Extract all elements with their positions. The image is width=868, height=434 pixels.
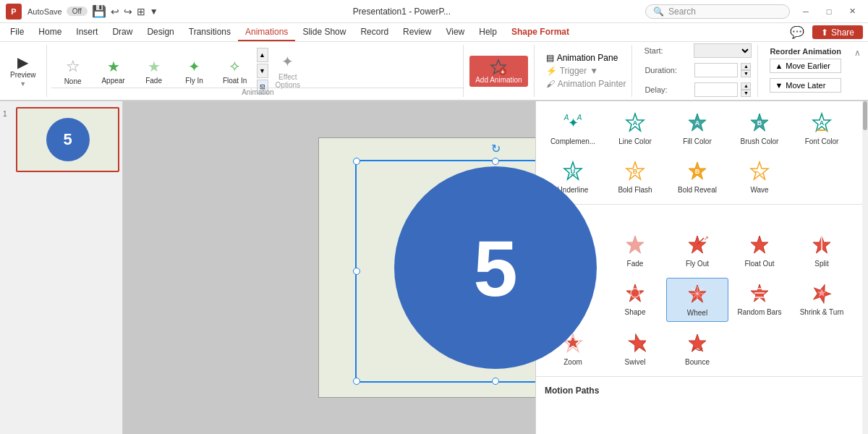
duration-up[interactable]: ▲ [741, 63, 751, 70]
duration-input[interactable] [694, 63, 738, 77]
split-icon [811, 234, 833, 258]
anim-none[interactable]: ☆ None [53, 54, 93, 88]
handle-top-mid[interactable] [492, 158, 499, 165]
animation-painter-button[interactable]: 🖌 Animation Painter [546, 79, 626, 89]
move-earlier-button[interactable]: ▲ Move Earlier [770, 59, 841, 73]
anim-float-in[interactable]: ✧ Float In [215, 55, 255, 88]
animation-pane-button[interactable]: ▤ Animation Pane [546, 53, 618, 63]
dp-arcs[interactable]: Arcs [604, 401, 666, 405]
fade-icon: ★ [148, 58, 161, 75]
swivel-label: Swivel [625, 358, 646, 366]
dp-swivel[interactable]: Swivel [604, 328, 666, 370]
comment-icon[interactable]: 💬 [784, 23, 810, 41]
dp-split[interactable]: Split [791, 229, 853, 272]
dropdown-scrollbar[interactable] [862, 101, 868, 434]
dp-loops[interactable]: Loops [791, 401, 853, 405]
menu-home[interactable]: Home [31, 23, 69, 41]
dp-shrink-turn[interactable]: Shrink & Turn [791, 278, 853, 322]
preview-button[interactable]: ▶ Preview ▼ [6, 52, 41, 90]
add-animation-icon: + [490, 59, 507, 76]
dp-shapes-path[interactable]: Shapes [728, 401, 791, 405]
dp-fade-exit[interactable]: Fade [604, 229, 666, 272]
dp-bounce[interactable]: Bounce [666, 328, 728, 370]
menu-record[interactable]: Record [353, 23, 396, 41]
fill-color-icon: A [686, 111, 708, 136]
handle-top-left[interactable] [353, 158, 360, 165]
menu-insert[interactable]: Insert [69, 23, 105, 41]
move-later-button[interactable]: ▼ Move Later [770, 78, 841, 93]
shape-label: Shape [625, 308, 646, 316]
add-animation-button[interactable]: + Add Animation [469, 56, 528, 87]
autosave-label: AutoSave [27, 7, 62, 16]
undo-icon[interactable]: ↩ [111, 6, 119, 17]
dropdown-scroll-thumb[interactable] [863, 101, 867, 130]
dp-lines[interactable]: Lines [542, 401, 604, 405]
delay-up[interactable]: ▲ [741, 82, 751, 90]
menu-file[interactable]: File [3, 23, 31, 41]
slide-preview-inner: 5 [17, 109, 118, 171]
dp-fill-color[interactable]: A Fill Color [666, 107, 728, 150]
fade-exit-icon [624, 234, 646, 258]
dp-wheel[interactable]: Wheel [666, 278, 728, 322]
menu-help[interactable]: Help [472, 23, 504, 41]
dp-line-color[interactable]: A Line Color [604, 107, 666, 150]
start-select[interactable] [694, 43, 752, 58]
delay-down[interactable]: ▼ [741, 90, 751, 97]
dp-complement[interactable]: ✦ A A Complemen... [542, 107, 604, 150]
fill-color-label: Fill Color [683, 137, 711, 145]
dropdown-icon[interactable]: ▼ [150, 7, 158, 17]
svg-text:B: B [633, 168, 638, 175]
autosave-toggle[interactable]: Off [67, 7, 88, 16]
menu-animations[interactable]: Animations [238, 23, 295, 41]
dp-brush-color[interactable]: B Brush Color [728, 107, 791, 150]
painter-icon: 🖌 [546, 79, 555, 89]
menu-design[interactable]: Design [140, 23, 181, 41]
menu-review[interactable]: Review [396, 23, 438, 41]
share-button[interactable]: ⬆ Share [812, 25, 863, 39]
anim-scroll-down[interactable]: ▼ [257, 64, 268, 78]
duration-down[interactable]: ▼ [741, 70, 751, 77]
ribbon-collapse[interactable]: ∧ [853, 45, 862, 97]
anim-fade[interactable]: ★ Fade [134, 55, 174, 88]
anim-fly-in[interactable]: ✦ Fly In [174, 55, 215, 88]
handle-bottom-mid[interactable] [492, 378, 499, 385]
delay-input[interactable] [694, 82, 738, 97]
dp-bold-reveal[interactable]: B Bold Reveal [666, 156, 728, 198]
menu-view[interactable]: View [438, 23, 472, 41]
move-later-icon: ▼ [775, 81, 783, 90]
dp-random-bars[interactable]: Random Bars [728, 278, 791, 322]
save-icon[interactable]: 💾 [92, 4, 106, 18]
dp-float-out[interactable]: ↑ Float Out [728, 229, 791, 272]
preview-label: Preview [10, 71, 36, 79]
anim-scroll-up[interactable]: ▲ [257, 48, 268, 62]
dp-fly-out[interactable]: ↗ Fly Out [666, 229, 728, 272]
maximize-button[interactable]: □ [819, 4, 839, 19]
motion-divider [536, 376, 868, 377]
timing-group: Start: Duration: ▲ ▼ Delay: ▲ ▼ [638, 45, 758, 97]
search-box[interactable]: 🔍 Search [645, 4, 790, 19]
slide-preview[interactable]: 5 [16, 107, 119, 172]
menu-draw[interactable]: Draw [105, 23, 140, 41]
anim-appear[interactable]: ★ Appear [93, 55, 134, 88]
menu-transitions[interactable]: Transitions [182, 23, 238, 41]
trigger-icon: ⚡ [546, 66, 557, 76]
dp-shape[interactable]: Shape [604, 278, 666, 322]
dp-font-color[interactable]: A Font Color [791, 107, 853, 150]
none-icon: ☆ [66, 57, 80, 76]
redo-icon[interactable]: ↪ [124, 6, 132, 17]
dp-turns[interactable]: Turns [666, 401, 728, 405]
trigger-button[interactable]: ⚡ Trigger ▼ [546, 66, 598, 76]
dp-wave[interactable]: Wave [728, 156, 791, 198]
handle-bottom-left[interactable] [353, 378, 360, 385]
minimize-button[interactable]: ─ [796, 4, 816, 19]
menu-slideshow[interactable]: Slide Show [295, 23, 353, 41]
add-slide-icon[interactable]: ⊞ [137, 6, 145, 17]
close-button[interactable]: ✕ [842, 4, 862, 19]
dp-bold-flash[interactable]: B Bold Flash [604, 156, 666, 198]
add-animation-label: Add Animation [475, 76, 522, 84]
rotation-handle[interactable]: ↻ [491, 142, 501, 156]
svg-marker-33 [626, 284, 644, 302]
window-title: Presentation1 - PowerP... [158, 7, 645, 17]
menu-shape-format[interactable]: Shape Format [504, 23, 576, 41]
handle-mid-left[interactable] [353, 268, 360, 275]
